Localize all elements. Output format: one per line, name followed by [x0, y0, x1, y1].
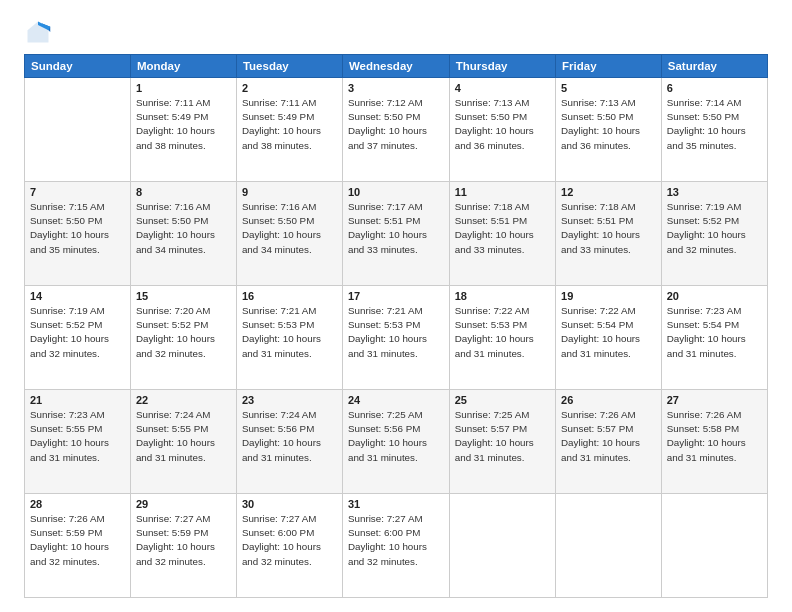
day-number: 22: [136, 394, 231, 406]
day-number: 14: [30, 290, 125, 302]
day-number: 20: [667, 290, 762, 302]
day-number: 12: [561, 186, 656, 198]
day-number: 19: [561, 290, 656, 302]
day-cell: 16Sunrise: 7:21 AM Sunset: 5:53 PM Dayli…: [236, 286, 342, 390]
day-cell: 8Sunrise: 7:16 AM Sunset: 5:50 PM Daylig…: [130, 182, 236, 286]
day-cell: 29Sunrise: 7:27 AM Sunset: 5:59 PM Dayli…: [130, 494, 236, 598]
day-number: 29: [136, 498, 231, 510]
day-number: 13: [667, 186, 762, 198]
day-cell: [449, 494, 555, 598]
header-cell-tuesday: Tuesday: [236, 55, 342, 78]
day-info: Sunrise: 7:21 AM Sunset: 5:53 PM Dayligh…: [348, 304, 444, 361]
day-cell: 21Sunrise: 7:23 AM Sunset: 5:55 PM Dayli…: [25, 390, 131, 494]
day-number: 25: [455, 394, 550, 406]
header-row: SundayMondayTuesdayWednesdayThursdayFrid…: [25, 55, 768, 78]
day-info: Sunrise: 7:13 AM Sunset: 5:50 PM Dayligh…: [455, 96, 550, 153]
day-number: 27: [667, 394, 762, 406]
day-number: 18: [455, 290, 550, 302]
day-info: Sunrise: 7:17 AM Sunset: 5:51 PM Dayligh…: [348, 200, 444, 257]
day-cell: 19Sunrise: 7:22 AM Sunset: 5:54 PM Dayli…: [556, 286, 662, 390]
day-number: 30: [242, 498, 337, 510]
day-info: Sunrise: 7:27 AM Sunset: 6:00 PM Dayligh…: [348, 512, 444, 569]
day-info: Sunrise: 7:24 AM Sunset: 5:56 PM Dayligh…: [242, 408, 337, 465]
calendar-header: SundayMondayTuesdayWednesdayThursdayFrid…: [25, 55, 768, 78]
day-info: Sunrise: 7:14 AM Sunset: 5:50 PM Dayligh…: [667, 96, 762, 153]
calendar-table: SundayMondayTuesdayWednesdayThursdayFrid…: [24, 54, 768, 598]
day-info: Sunrise: 7:16 AM Sunset: 5:50 PM Dayligh…: [136, 200, 231, 257]
day-number: 17: [348, 290, 444, 302]
day-cell: 30Sunrise: 7:27 AM Sunset: 6:00 PM Dayli…: [236, 494, 342, 598]
header-cell-wednesday: Wednesday: [342, 55, 449, 78]
day-info: Sunrise: 7:25 AM Sunset: 5:57 PM Dayligh…: [455, 408, 550, 465]
day-info: Sunrise: 7:23 AM Sunset: 5:55 PM Dayligh…: [30, 408, 125, 465]
day-number: 3: [348, 82, 444, 94]
week-row-0: 1Sunrise: 7:11 AM Sunset: 5:49 PM Daylig…: [25, 78, 768, 182]
day-number: 24: [348, 394, 444, 406]
day-info: Sunrise: 7:22 AM Sunset: 5:54 PM Dayligh…: [561, 304, 656, 361]
week-row-4: 28Sunrise: 7:26 AM Sunset: 5:59 PM Dayli…: [25, 494, 768, 598]
calendar-body: 1Sunrise: 7:11 AM Sunset: 5:49 PM Daylig…: [25, 78, 768, 598]
day-cell: 2Sunrise: 7:11 AM Sunset: 5:49 PM Daylig…: [236, 78, 342, 182]
day-info: Sunrise: 7:11 AM Sunset: 5:49 PM Dayligh…: [242, 96, 337, 153]
day-cell: 27Sunrise: 7:26 AM Sunset: 5:58 PM Dayli…: [661, 390, 767, 494]
day-number: 16: [242, 290, 337, 302]
day-info: Sunrise: 7:26 AM Sunset: 5:58 PM Dayligh…: [667, 408, 762, 465]
day-cell: 22Sunrise: 7:24 AM Sunset: 5:55 PM Dayli…: [130, 390, 236, 494]
day-number: 26: [561, 394, 656, 406]
day-info: Sunrise: 7:19 AM Sunset: 5:52 PM Dayligh…: [30, 304, 125, 361]
day-cell: [25, 78, 131, 182]
day-cell: 20Sunrise: 7:23 AM Sunset: 5:54 PM Dayli…: [661, 286, 767, 390]
day-info: Sunrise: 7:26 AM Sunset: 5:59 PM Dayligh…: [30, 512, 125, 569]
day-info: Sunrise: 7:11 AM Sunset: 5:49 PM Dayligh…: [136, 96, 231, 153]
day-cell: 1Sunrise: 7:11 AM Sunset: 5:49 PM Daylig…: [130, 78, 236, 182]
day-number: 5: [561, 82, 656, 94]
day-number: 21: [30, 394, 125, 406]
day-info: Sunrise: 7:18 AM Sunset: 5:51 PM Dayligh…: [455, 200, 550, 257]
week-row-1: 7Sunrise: 7:15 AM Sunset: 5:50 PM Daylig…: [25, 182, 768, 286]
day-cell: [556, 494, 662, 598]
day-number: 4: [455, 82, 550, 94]
day-cell: 9Sunrise: 7:16 AM Sunset: 5:50 PM Daylig…: [236, 182, 342, 286]
day-number: 1: [136, 82, 231, 94]
day-number: 23: [242, 394, 337, 406]
day-cell: 15Sunrise: 7:20 AM Sunset: 5:52 PM Dayli…: [130, 286, 236, 390]
day-cell: 17Sunrise: 7:21 AM Sunset: 5:53 PM Dayli…: [342, 286, 449, 390]
day-cell: [661, 494, 767, 598]
day-number: 6: [667, 82, 762, 94]
header-cell-monday: Monday: [130, 55, 236, 78]
day-cell: 24Sunrise: 7:25 AM Sunset: 5:56 PM Dayli…: [342, 390, 449, 494]
header-cell-sunday: Sunday: [25, 55, 131, 78]
day-number: 10: [348, 186, 444, 198]
day-cell: 28Sunrise: 7:26 AM Sunset: 5:59 PM Dayli…: [25, 494, 131, 598]
day-cell: 23Sunrise: 7:24 AM Sunset: 5:56 PM Dayli…: [236, 390, 342, 494]
header-cell-friday: Friday: [556, 55, 662, 78]
day-info: Sunrise: 7:26 AM Sunset: 5:57 PM Dayligh…: [561, 408, 656, 465]
day-cell: 11Sunrise: 7:18 AM Sunset: 5:51 PM Dayli…: [449, 182, 555, 286]
day-cell: 18Sunrise: 7:22 AM Sunset: 5:53 PM Dayli…: [449, 286, 555, 390]
day-info: Sunrise: 7:21 AM Sunset: 5:53 PM Dayligh…: [242, 304, 337, 361]
week-row-2: 14Sunrise: 7:19 AM Sunset: 5:52 PM Dayli…: [25, 286, 768, 390]
header: [24, 18, 768, 46]
day-cell: 26Sunrise: 7:26 AM Sunset: 5:57 PM Dayli…: [556, 390, 662, 494]
day-info: Sunrise: 7:12 AM Sunset: 5:50 PM Dayligh…: [348, 96, 444, 153]
day-info: Sunrise: 7:19 AM Sunset: 5:52 PM Dayligh…: [667, 200, 762, 257]
day-info: Sunrise: 7:25 AM Sunset: 5:56 PM Dayligh…: [348, 408, 444, 465]
day-info: Sunrise: 7:18 AM Sunset: 5:51 PM Dayligh…: [561, 200, 656, 257]
header-cell-thursday: Thursday: [449, 55, 555, 78]
day-number: 28: [30, 498, 125, 510]
day-cell: 6Sunrise: 7:14 AM Sunset: 5:50 PM Daylig…: [661, 78, 767, 182]
logo-icon: [24, 18, 52, 46]
day-number: 8: [136, 186, 231, 198]
day-info: Sunrise: 7:13 AM Sunset: 5:50 PM Dayligh…: [561, 96, 656, 153]
day-number: 9: [242, 186, 337, 198]
day-number: 15: [136, 290, 231, 302]
day-cell: 7Sunrise: 7:15 AM Sunset: 5:50 PM Daylig…: [25, 182, 131, 286]
day-info: Sunrise: 7:20 AM Sunset: 5:52 PM Dayligh…: [136, 304, 231, 361]
day-cell: 14Sunrise: 7:19 AM Sunset: 5:52 PM Dayli…: [25, 286, 131, 390]
day-info: Sunrise: 7:27 AM Sunset: 6:00 PM Dayligh…: [242, 512, 337, 569]
day-cell: 25Sunrise: 7:25 AM Sunset: 5:57 PM Dayli…: [449, 390, 555, 494]
week-row-3: 21Sunrise: 7:23 AM Sunset: 5:55 PM Dayli…: [25, 390, 768, 494]
calendar-page: SundayMondayTuesdayWednesdayThursdayFrid…: [0, 0, 792, 612]
day-number: 7: [30, 186, 125, 198]
day-cell: 10Sunrise: 7:17 AM Sunset: 5:51 PM Dayli…: [342, 182, 449, 286]
